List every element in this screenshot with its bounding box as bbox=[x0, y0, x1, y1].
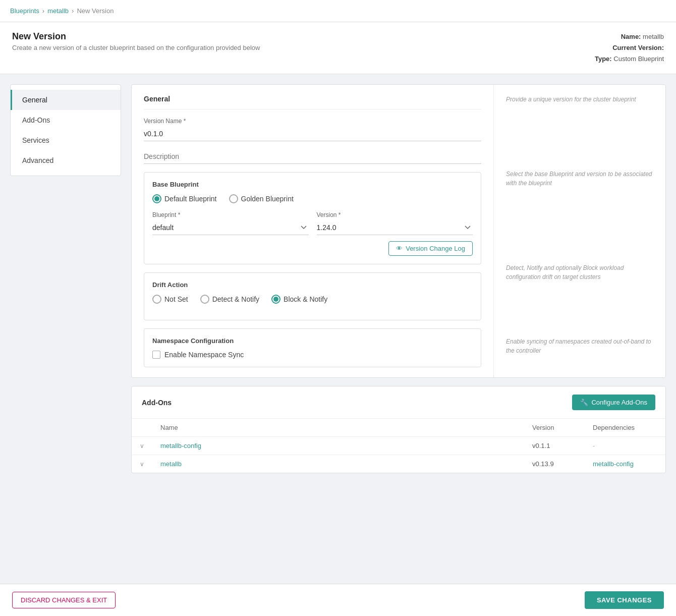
radio-golden-blueprint[interactable]: Golden Blueprint bbox=[229, 194, 294, 203]
page-subtitle: Create a new version of a cluster bluepr… bbox=[12, 44, 260, 51]
radio-detect-notify-input[interactable] bbox=[200, 295, 209, 304]
drift-radio-group: Not Set Detect & Notify Block & Notify bbox=[152, 295, 473, 304]
changelog-btn-label: Version Change Log bbox=[406, 245, 465, 252]
radio-detect-notify[interactable]: Detect & Notify bbox=[200, 295, 259, 304]
base-blueprint-hint: Select the base Blueprint and version to… bbox=[506, 170, 653, 188]
version-changelog-button[interactable]: 👁 Version Change Log bbox=[388, 241, 473, 256]
footer-bar: DISCARD CHANGES & EXIT SAVE CHANGES bbox=[0, 584, 676, 616]
page-header: New Version Create a new version of a cl… bbox=[0, 22, 676, 74]
radio-default-label: Default Blueprint bbox=[164, 195, 217, 203]
configure-addons-button[interactable]: 🔧 Configure Add-Ons bbox=[572, 395, 655, 410]
general-hints: Provide a unique version for the cluster… bbox=[494, 85, 665, 377]
table-row: ∨ metallb-config v0.1.1 - bbox=[132, 437, 665, 455]
radio-block-notify-label: Block & Notify bbox=[284, 295, 327, 303]
blueprint-dropdowns: Blueprint * default Version * 1.24.0 bbox=[152, 211, 473, 235]
version-name-hint: Provide a unique version for the cluster… bbox=[506, 95, 653, 104]
wrench-icon: 🔧 bbox=[580, 399, 588, 406]
sidebar-item-advanced[interactable]: Advanced bbox=[11, 150, 121, 171]
sidebar-item-services[interactable]: Services bbox=[11, 130, 121, 150]
sidebar-item-addons[interactable]: Add-Ons bbox=[11, 110, 121, 130]
version-dropdown-group: Version * 1.24.0 bbox=[317, 211, 473, 235]
row1-version: v0.1.1 bbox=[524, 437, 585, 455]
blueprint-select[interactable]: default bbox=[152, 220, 309, 235]
namespace-config-section: Namespace Configuration Enable Namespace… bbox=[144, 328, 481, 367]
radio-golden-label: Golden Blueprint bbox=[241, 195, 294, 203]
base-blueprint-title: Base Blueprint bbox=[152, 181, 473, 188]
blueprint-dropdown-label: Blueprint * bbox=[152, 211, 309, 218]
page-title: New Version bbox=[12, 31, 260, 42]
radio-block-notify[interactable]: Block & Notify bbox=[271, 295, 327, 304]
version-name-input[interactable] bbox=[144, 127, 481, 141]
addon-link-metallb[interactable]: metallb bbox=[160, 460, 182, 468]
save-button[interactable]: SAVE CHANGES bbox=[585, 591, 664, 609]
radio-default-blueprint[interactable]: Default Blueprint bbox=[152, 194, 217, 203]
breadcrumb-sep-2: › bbox=[72, 7, 74, 15]
namespace-sync-label: Enable Namespace Sync bbox=[164, 351, 244, 359]
main-layout: General Add-Ons Services Advanced Genera… bbox=[0, 74, 676, 616]
radio-golden-input[interactable] bbox=[229, 194, 238, 203]
description-group bbox=[144, 149, 481, 164]
breadcrumb-blueprints[interactable]: Blueprints bbox=[10, 7, 39, 15]
row2-version: v0.13.9 bbox=[524, 455, 585, 473]
name-value: metallb bbox=[643, 33, 664, 40]
chevron-down-icon[interactable]: ∨ bbox=[140, 442, 144, 450]
row2-deps: metallb-config bbox=[585, 455, 665, 473]
radio-block-notify-input[interactable] bbox=[271, 295, 280, 304]
name-label: Name: bbox=[621, 33, 641, 40]
blueprint-dropdown-group: Blueprint * default bbox=[152, 211, 309, 235]
addons-section-card: Add-Ons 🔧 Configure Add-Ons Name Version… bbox=[131, 386, 666, 473]
row1-deps-dash: - bbox=[593, 442, 595, 450]
version-dropdown-label: Version * bbox=[317, 211, 473, 218]
version-name-label: Version Name * bbox=[144, 118, 481, 125]
addons-table: Name Version Dependencies ∨ metallb-conf… bbox=[132, 419, 665, 473]
row2-expand: ∨ bbox=[132, 455, 152, 473]
breadcrumb-sep-1: › bbox=[42, 7, 44, 15]
radio-not-set[interactable]: Not Set bbox=[152, 295, 188, 304]
type-value: Custom Blueprint bbox=[613, 55, 664, 63]
drift-hint: Detect, Notify and optionally Block work… bbox=[506, 263, 653, 282]
configure-btn-label: Configure Add-Ons bbox=[591, 399, 647, 406]
radio-not-set-label: Not Set bbox=[164, 295, 188, 303]
general-section-card: General Version Name * Base Blueprint bbox=[131, 84, 666, 378]
addons-title: Add-Ons bbox=[142, 399, 172, 407]
drift-title: Drift Action bbox=[152, 281, 473, 289]
addon-link-metallb-config[interactable]: metallb-config bbox=[160, 442, 201, 450]
sidebar-item-general[interactable]: General bbox=[11, 90, 121, 110]
th-expand bbox=[132, 419, 152, 437]
header-meta: Name: metallb Current Version: Type: Cus… bbox=[595, 31, 664, 65]
description-input[interactable] bbox=[144, 149, 481, 164]
namespace-title: Namespace Configuration bbox=[152, 337, 473, 345]
dep-link-metallb-config[interactable]: metallb-config bbox=[593, 460, 634, 468]
drift-action-section: Drift Action Not Set Detect & Notify bbox=[144, 272, 481, 320]
content-area: General Version Name * Base Blueprint bbox=[131, 84, 666, 609]
radio-not-set-input[interactable] bbox=[152, 295, 161, 304]
breadcrumb-metallb[interactable]: metallb bbox=[47, 7, 69, 15]
row2-name: metallb bbox=[152, 455, 524, 473]
namespace-sync-checkbox-label[interactable]: Enable Namespace Sync bbox=[152, 351, 473, 359]
eye-icon: 👁 bbox=[396, 245, 403, 252]
th-name: Name bbox=[152, 419, 524, 437]
breadcrumb-current: New Version bbox=[77, 7, 114, 15]
blueprint-type-radio-group: Default Blueprint Golden Blueprint bbox=[152, 194, 473, 203]
chevron-down-icon[interactable]: ∨ bbox=[140, 461, 144, 468]
th-dependencies: Dependencies bbox=[585, 419, 665, 437]
radio-default-input[interactable] bbox=[152, 194, 161, 203]
sidebar: General Add-Ons Services Advanced bbox=[10, 84, 121, 176]
addons-header: Add-Ons 🔧 Configure Add-Ons bbox=[132, 386, 665, 419]
table-row: ∨ metallb v0.13.9 metallb-config bbox=[132, 455, 665, 473]
base-blueprint-section: Base Blueprint Default Blueprint Golden … bbox=[144, 172, 481, 264]
discard-button[interactable]: DISCARD CHANGES & EXIT bbox=[12, 592, 116, 608]
row1-expand: ∨ bbox=[132, 437, 152, 455]
addons-table-header-row: Name Version Dependencies bbox=[132, 419, 665, 437]
row1-name: metallb-config bbox=[152, 437, 524, 455]
version-select[interactable]: 1.24.0 bbox=[317, 220, 473, 235]
th-version: Version bbox=[524, 419, 585, 437]
namespace-sync-checkbox[interactable] bbox=[152, 351, 160, 359]
type-label: Type: bbox=[595, 55, 612, 63]
row1-deps: - bbox=[585, 437, 665, 455]
breadcrumb: Blueprints › metallb › New Version bbox=[0, 0, 676, 22]
version-label: Current Version: bbox=[612, 44, 664, 51]
namespace-hint: Enable syncing of namespaces created out… bbox=[506, 337, 653, 355]
general-heading: General bbox=[144, 95, 481, 109]
radio-detect-notify-label: Detect & Notify bbox=[212, 295, 259, 303]
